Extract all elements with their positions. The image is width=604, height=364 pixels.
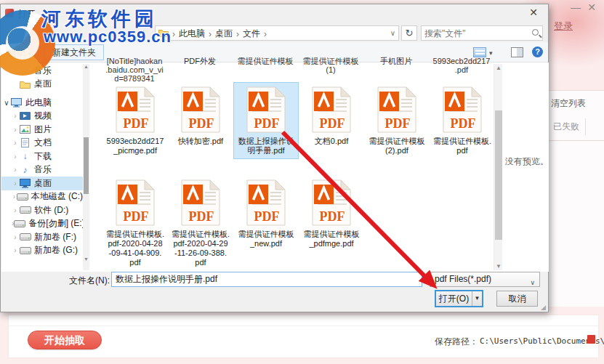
chevron-collapsed-icon[interactable]: › bbox=[12, 233, 19, 241]
view-mode-caret-icon[interactable]: ▾ bbox=[489, 49, 493, 57]
open-split-caret-icon[interactable]: ▼ bbox=[472, 291, 482, 306]
sidebar-item-新加卷 (G:)[interactable]: ›新加卷 (G:) bbox=[1, 244, 83, 258]
svg-text:PDF: PDF bbox=[385, 116, 411, 131]
sidebar-item-label: 本地磁盘 (C:) bbox=[31, 190, 83, 203]
chevron-collapsed-icon[interactable]: › bbox=[12, 126, 19, 134]
sidebar-scrollbar[interactable]: ▲ ▼ bbox=[83, 64, 89, 270]
chevron-collapsed-icon[interactable]: › bbox=[12, 193, 17, 201]
file-item[interactable]: PDF需提供证件模板. pdf bbox=[430, 83, 494, 158]
breadcrumb-separator: › bbox=[264, 29, 267, 39]
address-dropdown-icon[interactable]: ∨ bbox=[390, 29, 395, 37]
sidebar-item-label: 图片 bbox=[34, 124, 52, 136]
help-icon[interactable]: ? bbox=[532, 46, 543, 57]
back-icon[interactable]: ← bbox=[107, 28, 116, 39]
breadcrumb-item[interactable]: 此电脑 bbox=[179, 28, 205, 40]
file-item-partial-label[interactable]: 需提供证件模板 (1) bbox=[299, 57, 362, 83]
app-bottom-bar: 开始抽取 保存路径： C:\Users\Public\Documents\Min… bbox=[0, 314, 604, 364]
search-input[interactable] bbox=[424, 27, 526, 39]
folder-icon[interactable] bbox=[587, 335, 595, 344]
sidebar-item-备份[勿删] (E:)[interactable]: ›备份[勿删] (E:) bbox=[1, 217, 83, 231]
file-item[interactable]: PDF需提供证件模板 _pdfmge.pdf bbox=[299, 176, 363, 270]
file-item-partial-label[interactable]: 5993ecb2dd217 .pdf bbox=[430, 57, 493, 83]
file-item[interactable]: PDF需提供证件模板. pdf-2020-04-29 -11-26-09-388… bbox=[169, 176, 233, 270]
file-item-partial-label[interactable]: 需提供证件模板 bbox=[234, 57, 297, 83]
failed-tab[interactable]: 已失败 bbox=[552, 118, 586, 135]
music-icon: ♪ bbox=[19, 165, 31, 175]
pdf-file-icon: PDF bbox=[246, 179, 286, 226]
breadcrumb-item[interactable]: 文件 bbox=[243, 28, 260, 40]
new-folder-button[interactable]: 新建文件夹 bbox=[44, 44, 104, 60]
sidebar-item-新加卷 (F:)[interactable]: ›新加卷 (F:) bbox=[1, 230, 83, 244]
file-item[interactable]: PDF需提供证件模板 (2).pdf bbox=[365, 83, 429, 158]
file-item[interactable]: PDF5993ecb2dd217 _picmge.pdf bbox=[103, 83, 167, 158]
up-icon[interactable]: ↑ bbox=[141, 27, 146, 39]
chevron-collapsed-icon[interactable]: › bbox=[12, 166, 19, 174]
chevron-collapsed-icon[interactable]: › bbox=[12, 246, 19, 254]
file-item[interactable]: PDF需提供证件模板 _new.pdf bbox=[234, 176, 298, 270]
file-item[interactable]: PDF需提供证件模板. pdf-2020-04-28 -09-41-04-909… bbox=[103, 176, 167, 270]
chevron-collapsed-icon[interactable]: › bbox=[12, 112, 19, 120]
breadcrumb-folder-icon bbox=[158, 28, 169, 39]
dialog-main-area: ♪音乐桌面∨此电脑›视频›图片›文档›↓下载›♪音乐›桌面›本地磁盘 (C:)›… bbox=[1, 62, 549, 272]
save-path-label: 保存路径： bbox=[435, 336, 478, 348]
sidebar-item-桌面[interactable]: ›桌面 bbox=[1, 177, 83, 190]
file-item-partial-label[interactable]: 手机图片 bbox=[365, 57, 427, 83]
drive-icon bbox=[19, 247, 31, 254]
cancel-button[interactable]: 取消 bbox=[496, 291, 538, 307]
sidebar-item-label: 文档 bbox=[34, 137, 52, 149]
chevron-collapsed-icon[interactable]: › bbox=[12, 139, 19, 147]
app-close-button[interactable]: ✕ bbox=[584, 1, 600, 13]
view-mode-icon[interactable] bbox=[473, 47, 486, 57]
sidebar-item-图片[interactable]: ›图片 bbox=[1, 123, 83, 137]
sidebar-item-label: 此电脑 bbox=[25, 97, 52, 109]
clear-list-button[interactable]: 清空列表 bbox=[551, 97, 586, 110]
pdf-file-icon: PDF bbox=[116, 86, 155, 133]
breadcrumb: ›此电脑›桌面›文件› bbox=[158, 28, 270, 40]
sidebar-item-桌面[interactable]: 桌面 bbox=[1, 78, 83, 92]
app-minimize-button[interactable]: — bbox=[568, 1, 584, 13]
sidebar-item-下载[interactable]: ›↓下载 bbox=[1, 150, 83, 163]
filetype-select[interactable]: pdf Files(*.pdf) ∨ bbox=[430, 272, 540, 287]
sidebar-item-音乐[interactable]: ›♪音乐 bbox=[1, 163, 83, 177]
sidebar-item-文档[interactable]: ›文档 bbox=[1, 137, 83, 150]
pdf-file-icon: PDF bbox=[181, 86, 220, 133]
file-item[interactable]: PDF快转加密.pdf bbox=[169, 83, 233, 158]
sidebar-item-此电脑[interactable]: ∨此电脑 bbox=[1, 96, 83, 110]
sidebar-item-label: 桌面 bbox=[34, 177, 52, 190]
sidebar-item-本地磁盘 (C:)[interactable]: ›本地磁盘 (C:) bbox=[1, 190, 83, 204]
scrollbar-thumb[interactable] bbox=[495, 110, 502, 240]
file-item-partial-label[interactable]: [NoTitle]haokan .baidu.com_v_vi d=878934… bbox=[103, 57, 166, 83]
scroll-up-icon[interactable]: ▲ bbox=[83, 64, 89, 69]
scroll-down-icon[interactable]: ▼ bbox=[83, 256, 89, 262]
forward-icon[interactable]: → bbox=[119, 28, 129, 39]
chevron-collapsed-icon[interactable]: › bbox=[12, 206, 19, 214]
close-icon[interactable]: ✕ bbox=[525, 7, 542, 18]
breadcrumb-box[interactable]: ›此电脑›桌面›文件› ∨ bbox=[155, 25, 399, 41]
organize-menu-button[interactable]: 组织 ▾ bbox=[8, 47, 31, 60]
filename-input[interactable] bbox=[111, 272, 422, 287]
dialog-app-icon bbox=[5, 9, 14, 17]
chevron-collapsed-icon[interactable]: › bbox=[12, 153, 19, 161]
file-item-name: 需提供证件模板. pdf-2020-04-28 -09-41-04-909. p… bbox=[105, 230, 166, 267]
login-link[interactable]: 登录 bbox=[554, 20, 573, 33]
search-icon[interactable] bbox=[532, 29, 539, 36]
file-item-selected[interactable]: PDF数据上报操作说 明手册.pdf bbox=[234, 83, 298, 158]
sidebar-item-软件 (D:)[interactable]: ›软件 (D:) bbox=[1, 203, 83, 217]
sidebar-item-视频[interactable]: ›视频 bbox=[1, 110, 83, 124]
scrollbar-thumb[interactable] bbox=[84, 137, 89, 194]
open-button[interactable]: 打开(O) ▼ bbox=[435, 290, 483, 307]
start-extract-button[interactable]: 开始抽取 bbox=[28, 331, 102, 349]
resize-grip[interactable]: ◢ bbox=[541, 304, 546, 311]
scroll-up-icon[interactable]: ▲ bbox=[494, 65, 503, 71]
refresh-icon[interactable]: ↻ bbox=[401, 25, 417, 41]
breadcrumb-item[interactable]: 桌面 bbox=[215, 28, 233, 40]
chevron-expanded-icon[interactable]: ∨ bbox=[3, 99, 10, 107]
file-item[interactable]: PDF文档0.pdf bbox=[299, 83, 363, 158]
file-list-scrollbar[interactable]: ▲ ▼ bbox=[494, 64, 502, 270]
file-item-partial-label[interactable]: PDF外发 bbox=[169, 57, 231, 83]
sidebar-item-音乐[interactable]: ♪音乐 bbox=[1, 64, 83, 78]
dialog-titlebar[interactable]: 打开 ✕ bbox=[1, 4, 548, 22]
chevron-collapsed-icon[interactable]: › bbox=[12, 179, 19, 187]
scroll-down-icon[interactable]: ▼ bbox=[494, 263, 503, 270]
preview-pane-icon[interactable] bbox=[511, 47, 523, 57]
